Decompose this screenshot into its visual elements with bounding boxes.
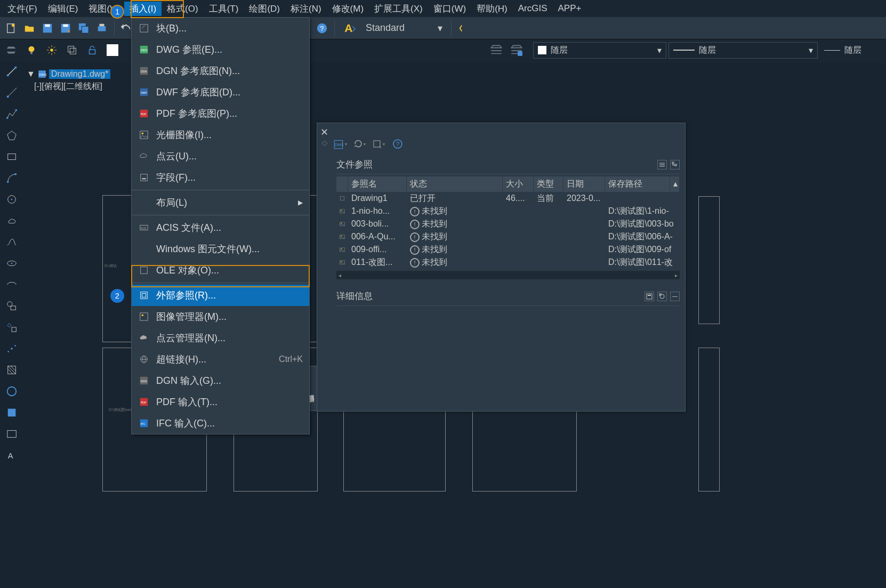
table-row[interactable]: 006-A-Qu...!未找到D:\测试图\006-A- xyxy=(336,230,680,243)
layer-panel-2-icon[interactable] xyxy=(508,41,526,59)
text-style-combo[interactable]: A Standard▾ xyxy=(343,21,447,36)
circle-tool-icon[interactable] xyxy=(0,189,23,210)
menu-arcgis[interactable]: ArcGIS xyxy=(513,1,553,16)
menu-ext[interactable]: 扩展工具(X) xyxy=(369,1,428,17)
open-icon[interactable] xyxy=(21,20,37,36)
close-icon[interactable]: ✕ xyxy=(320,126,331,137)
menu-pdf-ref[interactable]: PDFPDF 参考底图(P)... xyxy=(132,103,309,124)
menu-dwg-ref[interactable]: DWGDWG 参照(E)... xyxy=(132,39,309,60)
revcloud-tool-icon[interactable] xyxy=(0,210,23,231)
table-row[interactable]: Drawing1已打开46....当前2023-0... xyxy=(336,192,680,205)
menu-modify[interactable]: 修改(M) xyxy=(327,1,369,17)
help-icon[interactable]: ? xyxy=(314,20,330,36)
saveas-icon[interactable] xyxy=(58,20,74,36)
menu-appplus[interactable]: APP+ xyxy=(553,1,587,16)
details-icon-2[interactable] xyxy=(657,292,667,301)
spline-tool-icon[interactable] xyxy=(0,231,23,253)
polyline-tool-icon[interactable] xyxy=(0,103,23,125)
file-name[interactable]: Drawing1.dwg* xyxy=(49,69,111,79)
linetype-combo[interactable]: 随层▾ xyxy=(668,42,818,59)
layer-states-icon[interactable] xyxy=(2,41,20,59)
layer-color-combo[interactable]: 随层▾ xyxy=(533,42,666,59)
print-icon[interactable] xyxy=(94,20,110,36)
hatch-tool-icon[interactable] xyxy=(0,359,23,381)
scroll-up-icon[interactable]: ▴ xyxy=(670,176,680,192)
menu-tools[interactable]: 工具(T) xyxy=(204,1,244,17)
lineweight-combo[interactable]: 随层 xyxy=(820,43,884,58)
menu-help[interactable]: 帮助(H) xyxy=(471,1,513,17)
col-path[interactable]: 保存路径 xyxy=(605,176,670,192)
menu-file[interactable]: 文件(F) xyxy=(2,1,43,17)
menu-annotate[interactable]: 标注(N) xyxy=(285,1,327,17)
make-block-tool-icon[interactable] xyxy=(0,317,23,338)
arc-tool-icon[interactable] xyxy=(0,167,23,189)
rectangle-tool-icon[interactable] xyxy=(0,146,23,167)
saveall-icon[interactable] xyxy=(76,20,92,36)
svg-rect-129 xyxy=(647,294,652,299)
menu-image-manager[interactable]: 图像管理器(M)... xyxy=(132,306,309,327)
ray-tool-icon[interactable] xyxy=(0,82,23,103)
menu-field[interactable]: 字段(F)... xyxy=(132,167,309,188)
table-tool-icon[interactable] xyxy=(0,423,23,445)
ellipse-tool-icon[interactable] xyxy=(0,253,23,274)
menu-hyperlink[interactable]: 超链接(H)...Ctrl+K xyxy=(132,349,309,370)
layer-copy-icon[interactable] xyxy=(63,41,81,59)
menu-cloud-manager[interactable]: 点云管理器(N)... xyxy=(132,327,309,349)
text-tool-icon[interactable]: A xyxy=(0,445,23,466)
menu-edit[interactable]: 编辑(E) xyxy=(43,1,84,17)
details-icon-1[interactable] xyxy=(645,292,654,301)
refresh-icon[interactable]: ▾ xyxy=(352,137,366,151)
details-collapse-icon[interactable]: — xyxy=(670,292,680,301)
ellipse-arc-tool-icon[interactable] xyxy=(0,274,23,295)
table-row[interactable]: 003-boli...!未找到D:\测试图\003-bo xyxy=(336,218,680,230)
menu-xref[interactable]: 2 外部参照(R)... xyxy=(132,285,309,306)
menu-pdf-import[interactable]: PDFPDF 输入(T)... xyxy=(132,391,309,413)
menu-insert[interactable]: 插入(I) xyxy=(124,2,162,16)
menu-draw[interactable]: 绘图(D) xyxy=(244,1,285,17)
layer-panel-1-icon[interactable] xyxy=(487,41,505,59)
table-row[interactable]: 1-nio-ho...!未找到D:\测试图\1-nio- xyxy=(336,205,680,218)
menu-ole[interactable]: OLE 对象(O)... xyxy=(132,260,309,281)
table-row[interactable]: 009-offi...!未找到D:\测试图\009-of xyxy=(336,243,680,256)
tree-view-icon[interactable] xyxy=(670,160,680,170)
attach-dwg-icon[interactable]: DWG▾ xyxy=(333,137,347,151)
pin-icon[interactable] xyxy=(320,139,329,150)
menu-raster-image[interactable]: 光栅图像(I)... xyxy=(132,124,309,146)
col-type[interactable]: 类型 xyxy=(534,176,563,192)
menu-dwf-ref[interactable]: DWFDWF 参考底图(D)... xyxy=(132,82,309,103)
tree-expand-icon[interactable]: ▼ xyxy=(27,69,35,79)
new-icon[interactable] xyxy=(3,20,19,36)
list-view-icon[interactable] xyxy=(657,160,667,170)
save-icon[interactable] xyxy=(39,20,55,36)
menu-acis[interactable]: ACISACIS 文件(A)... xyxy=(132,217,309,238)
table-row[interactable]: 011-改图...!未找到D:\测试图\011-改 xyxy=(336,256,680,269)
col-size[interactable]: 大小 xyxy=(503,176,534,192)
block-tool-icon[interactable] xyxy=(0,295,23,317)
menu-format[interactable]: 格式(O) xyxy=(162,1,204,17)
menu-dgn-import[interactable]: DGNDGN 输入(G)... xyxy=(132,370,309,391)
region-tool-icon[interactable] xyxy=(0,402,23,423)
menu-layout[interactable]: 布局(L)▶ xyxy=(132,192,309,213)
color-swatch-icon[interactable] xyxy=(103,41,122,59)
menu-block[interactable]: 块(B)... xyxy=(132,18,309,39)
lock-icon[interactable] xyxy=(83,41,101,59)
point-tool-icon[interactable] xyxy=(0,338,23,359)
polygon-tool-icon[interactable] xyxy=(0,125,23,146)
bulb-icon[interactable] xyxy=(22,41,41,59)
menu-ifc-import[interactable]: IFCIFC 输入(C)... xyxy=(132,413,309,434)
menu-dgn-ref[interactable]: DGNDGN 参考底图(N)... xyxy=(132,60,309,82)
line-tool-icon[interactable] xyxy=(0,61,23,82)
menu-point-cloud[interactable]: 点云(U)... xyxy=(132,146,309,167)
more-icon[interactable] xyxy=(456,20,472,36)
freeze-icon[interactable] xyxy=(43,41,61,59)
xref-help-icon[interactable]: ? xyxy=(391,137,405,151)
col-status[interactable]: 状态 xyxy=(407,176,503,192)
col-name[interactable]: 参照名 xyxy=(348,176,407,192)
view-state[interactable]: [-][俯视][二维线框] xyxy=(34,81,102,92)
menu-window[interactable]: 窗口(W) xyxy=(428,1,471,17)
change-path-icon[interactable]: ▾ xyxy=(372,137,385,151)
xref-h-scrollbar[interactable]: ◂▸ xyxy=(336,271,680,279)
col-date[interactable]: 日期 xyxy=(563,176,605,192)
gradient-tool-icon[interactable] xyxy=(0,381,23,402)
menu-wmf[interactable]: Windows 图元文件(W)... xyxy=(132,238,309,260)
